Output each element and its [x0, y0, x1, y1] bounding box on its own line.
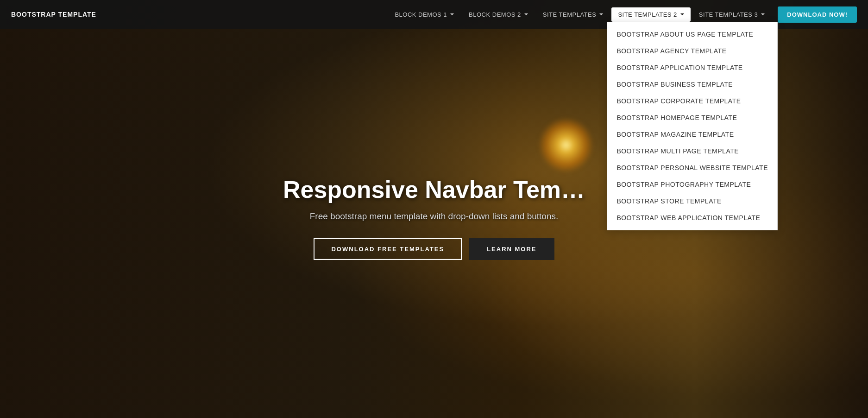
nav-site-templates[interactable]: SITE TEMPLATES: [536, 7, 610, 22]
nav-items: BLOCK DEMOS 1 BLOCK DEMOS 2 SITE TEMPLAT…: [388, 6, 857, 23]
brand-logo: BOOTSTRAP TEMPLATE: [11, 11, 96, 18]
dropdown-item[interactable]: Bootstrap Homepage Template: [607, 109, 777, 126]
learn-more-button[interactable]: LEARN MORE: [469, 238, 554, 260]
dropdown-item[interactable]: Bootstrap About Us Page Template: [607, 26, 777, 43]
chevron-down-icon: [599, 13, 603, 15]
dropdown-item[interactable]: Bootstrap Corporate Template: [607, 93, 777, 109]
dropdown-item[interactable]: Bootstrap Photography Template: [607, 176, 777, 193]
nav-block-demos-1[interactable]: BLOCK DEMOS 1: [388, 7, 460, 22]
download-now-button[interactable]: DOWNLOAD NOW!: [778, 6, 857, 23]
navbar: BOOTSTRAP TEMPLATE BLOCK DEMOS 1 BLOCK D…: [0, 0, 868, 29]
download-templates-button[interactable]: DOWNLOAD FREE TEMPLATES: [314, 238, 462, 260]
dropdown-item[interactable]: Bootstrap Store Template: [607, 193, 777, 209]
nav-block-demos-2[interactable]: BLOCK DEMOS 2: [462, 7, 535, 22]
dropdown-item[interactable]: Bootstrap Business Template: [607, 76, 777, 93]
dropdown-item[interactable]: Bootstrap Magazine Template: [607, 126, 777, 143]
dropdown-item[interactable]: Bootstrap Application Template: [607, 59, 777, 76]
dropdown-site-templates-2: Bootstrap About Us Page Template Bootstr…: [607, 22, 778, 230]
nav-site-templates-2[interactable]: SITE TEMPLATES 2 Bootstrap About Us Page…: [611, 7, 690, 22]
hero-subtitle: Free bootstrap menu template with drop-d…: [226, 211, 642, 222]
chevron-down-icon: [524, 13, 528, 15]
sparkle-effect: [538, 117, 594, 173]
hero-content: Responsive Navbar Tem… Free bootstrap me…: [226, 177, 642, 260]
dropdown-item[interactable]: Bootstrap Web Application Template: [607, 209, 777, 226]
dropdown-item[interactable]: Bootstrap Personal Website Template: [607, 159, 777, 176]
dropdown-item[interactable]: Bootstrap Multi Page Template: [607, 143, 777, 159]
chevron-down-icon: [680, 13, 684, 15]
hero-buttons: DOWNLOAD FREE TEMPLATES LEARN MORE: [226, 238, 642, 260]
dropdown-item[interactable]: Bootstrap Agency Template: [607, 43, 777, 59]
chevron-down-icon: [450, 13, 454, 15]
hero-title: Responsive Navbar Tem…: [226, 177, 642, 203]
chevron-down-icon: [761, 13, 765, 15]
nav-site-templates-3[interactable]: SITE TEMPLATES 3: [692, 7, 771, 22]
